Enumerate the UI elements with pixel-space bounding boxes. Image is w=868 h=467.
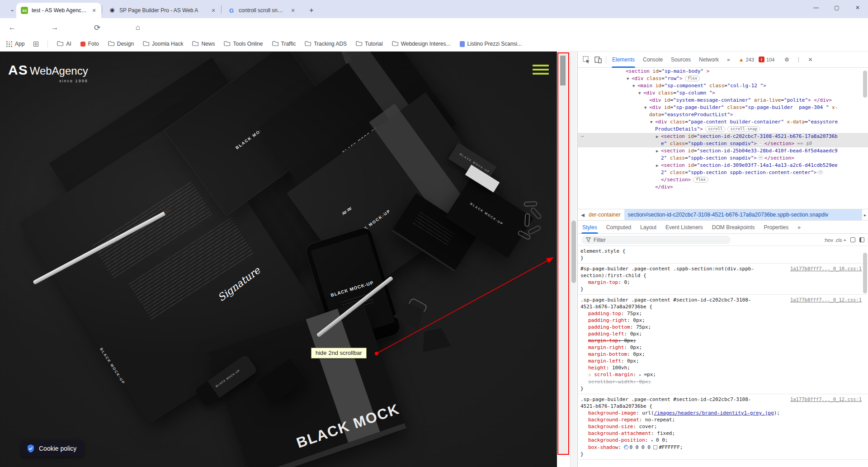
chevron-down-icon[interactable]: ▼ [627, 75, 632, 82]
devtools-more-tabs-icon[interactable]: » [723, 52, 734, 68]
styles-tab-layout[interactable]: Layout [636, 221, 661, 234]
css-declaration[interactable]: background-position: ▸ 0 0; [580, 437, 866, 444]
styles-tab-dom-breakpoints[interactable]: DOM Breakpoints [708, 221, 760, 234]
dom-tree-row-13[interactable]: 2" class="sppb-section snapdiv">⋯</secti… [578, 155, 868, 162]
reload-button[interactable]: ⟳ [91, 22, 103, 33]
site-logo[interactable]: AS WebAgency since 1998 [8, 62, 88, 83]
devtools-close-icon[interactable]: ✕ [804, 54, 816, 66]
css-declaration[interactable]: margin-left: 0px; [580, 358, 866, 364]
bookmark-item-joomla-hack[interactable]: Joomla Hack [143, 41, 183, 47]
tab-close-icon[interactable]: ✕ [289, 7, 297, 14]
bookmark-item-webdesign-interes-[interactable]: Webdesign Interes... [392, 41, 451, 47]
styles-tab-properties[interactable]: Properties [760, 221, 793, 234]
dom-tree-row-17[interactable]: </div> [578, 184, 868, 191]
stylesheet-source-link[interactable]: 1a177b8fff7..._0_12.css:1 [790, 297, 862, 303]
dom-tree-row-2[interactable]: ▼<div class="row">flex [578, 75, 868, 82]
styles-tab-computed[interactable]: Computed [602, 221, 636, 234]
dom-tree-row-8[interactable]: ▼<div class="page-content builder-contai… [578, 118, 868, 126]
styles-filter-input[interactable]: Filter [581, 236, 731, 244]
console-warning-count[interactable]: ▲ 243 [739, 57, 754, 63]
dom-tree-row-15[interactable]: 2" class="sppb-section sppb-section-cont… [578, 169, 868, 176]
dom-tree-row-14[interactable]: ▶<section id="section-id-309e03f7-14a1-4… [578, 162, 868, 169]
devtools-settings-icon[interactable]: ⚙ [781, 54, 793, 66]
page-scrollbar-thumb[interactable] [560, 56, 566, 85]
browser-tab-1[interactable]: AStest - AS Web Agency Padova✕ [16, 3, 101, 18]
chevron-down-icon[interactable]: ▼ [638, 90, 643, 97]
breadcrumb-back-icon[interactable]: ◀ [578, 212, 588, 217]
dom-tree-row-10[interactable]: ⋯▶<section id="section-id-c202cbc7-3108-… [578, 133, 868, 140]
chevron-down-icon[interactable]: ▼ [632, 82, 637, 90]
breadcrumb-parent[interactable]: der-container [588, 212, 624, 218]
stylesheet-source-link[interactable]: 1a177b8fff7..._0_12.css:1 [790, 396, 862, 403]
resource-link[interactable]: /images/headers/brand-identity1-grey.jpg [654, 410, 774, 416]
dom-tree-row-11[interactable]: e" class="sppb-section snapdiv">⋯</secti… [578, 140, 868, 147]
computed-panel-icon[interactable] [859, 237, 864, 242]
css-declaration[interactable]: background-repeat: no-repeat; [580, 416, 866, 423]
chevron-down-icon[interactable]: ▼ [644, 104, 649, 111]
css-declaration[interactable]: padding-bottom: 75px; [580, 324, 866, 330]
css-declaration[interactable]: background-size: cover; [580, 423, 866, 430]
css-declaration[interactable]: background-image: url(/images/headers/br… [580, 410, 866, 416]
shadow-editor-icon[interactable] [624, 445, 628, 449]
dom-tree-row-4[interactable]: ▼<div class="sp-column "> [578, 90, 868, 97]
css-declaration[interactable]: margin-top: 0px; [580, 337, 866, 344]
expand-shorthand-icon[interactable]: ▸ [639, 373, 644, 377]
devtools-menu-icon[interactable]: ⋮ [793, 54, 804, 66]
tree-scrollbar-thumb[interactable] [863, 71, 867, 98]
bookmark-item-design[interactable]: Design [108, 41, 134, 47]
devtools-tab-sources[interactable]: Sources [667, 52, 695, 68]
forward-button[interactable]: → [49, 22, 61, 33]
browser-scrollbar-thumb[interactable] [571, 221, 576, 283]
window-minimize-button[interactable]: — [806, 0, 826, 15]
color-swatch-white[interactable] [653, 445, 657, 449]
css-declaration[interactable]: height: 100vh; [580, 364, 866, 371]
bookmark-item-tracking-ads[interactable]: Tracking ADS [305, 41, 347, 47]
styles-tab-event-listeners[interactable]: Event Listeners [661, 221, 708, 234]
bookmark-item-news[interactable]: News [192, 41, 215, 47]
breadcrumb-more-icon[interactable]: ▸ [862, 212, 868, 217]
browser-tab-2[interactable]: ✳SP Page Builder Pro - AS Web A✕ [104, 3, 221, 18]
new-tab-button[interactable]: + [306, 5, 317, 16]
dom-tree-row-7[interactable]: data="easystoreProductList"> [578, 111, 868, 118]
cookie-policy-button[interactable]: Cookie policy [22, 440, 84, 457]
dom-tree-row-3[interactable]: ▼<main id="sp-component" class="col-lg-1… [578, 82, 868, 90]
issues-count[interactable]: ! 104 [759, 57, 774, 62]
device-toolbar-icon[interactable] [592, 54, 604, 66]
dom-tree-row-9[interactable]: ProductDetails">scrollscroll-snap [578, 126, 868, 133]
styles-tab-styles[interactable]: Styles [578, 221, 602, 234]
css-declaration[interactable]: ⚠ scroll-margin: ▸ =px; [580, 371, 866, 378]
bookmark-item-traffic[interactable]: Traffic [272, 41, 296, 47]
dom-tree-row-5[interactable]: <div id="system-message-container" aria-… [578, 97, 868, 104]
expand-shorthand-icon[interactable]: ▸ [651, 438, 656, 443]
bookmark-item-ai[interactable]: AI [57, 41, 71, 47]
css-declaration[interactable]: margin-top: 0; [580, 279, 866, 286]
back-button[interactable]: ← [6, 22, 18, 33]
expand-inline-icon[interactable]: ⋯ [758, 141, 764, 146]
css-declaration[interactable]: margin-right: 0px; [580, 344, 866, 351]
bookmark-item-tools-online[interactable]: Tools Online [224, 41, 263, 47]
dom-tree-row-12[interactable]: ▶<section id="section-id-25b04e33-28bd-4… [578, 147, 868, 155]
chevron-right-icon[interactable]: ▶ [656, 147, 661, 155]
element-state-toggles[interactable]: :hov .cls + [824, 237, 846, 243]
devtools-tab-network[interactable]: Network [695, 52, 723, 68]
css-declaration[interactable]: padding-top: 75px; [580, 310, 866, 317]
bookmark-item-foto[interactable]: Foto [80, 41, 99, 47]
bookmark-item-icon[interactable] [33, 42, 38, 47]
bookmark-item-listino-prezzi-scansi-[interactable]: Listino Prezzi Scansi... [460, 41, 522, 47]
css-declaration[interactable]: padding-left: 0px; [580, 330, 866, 337]
dom-tree-row-1[interactable]: <section id="sp-main-body" > [578, 68, 868, 75]
chevron-right-icon[interactable]: ▶ [656, 162, 661, 169]
dom-tree-row-6[interactable]: ▼<div id="sp-page-builder" class="sp-pag… [578, 104, 868, 111]
chevron-right-icon[interactable]: ▶ [656, 133, 661, 140]
css-declaration[interactable]: margin-bottom: 0px; [580, 351, 866, 358]
bookmark-item-app[interactable]: App [6, 41, 24, 47]
tab-close-icon[interactable]: ✕ [210, 7, 217, 14]
breadcrumb-selected[interactable]: section#section-id-c202cbc7-3108-4521-b6… [624, 209, 862, 220]
expand-inline-icon[interactable]: ⋯ [758, 156, 764, 160]
stylesheet-source-link[interactable]: 1a177b8fff7..._0_10.css:1 [790, 265, 862, 272]
css-declaration[interactable]: scrollbar-width: 0px; [580, 378, 866, 385]
tab-close-icon[interactable]: ✕ [90, 7, 98, 14]
css-declaration[interactable]: padding-right: 0px; [580, 317, 866, 324]
styles-more-tabs-icon[interactable]: » [793, 221, 805, 234]
browser-scrollbar[interactable] [570, 52, 577, 467]
